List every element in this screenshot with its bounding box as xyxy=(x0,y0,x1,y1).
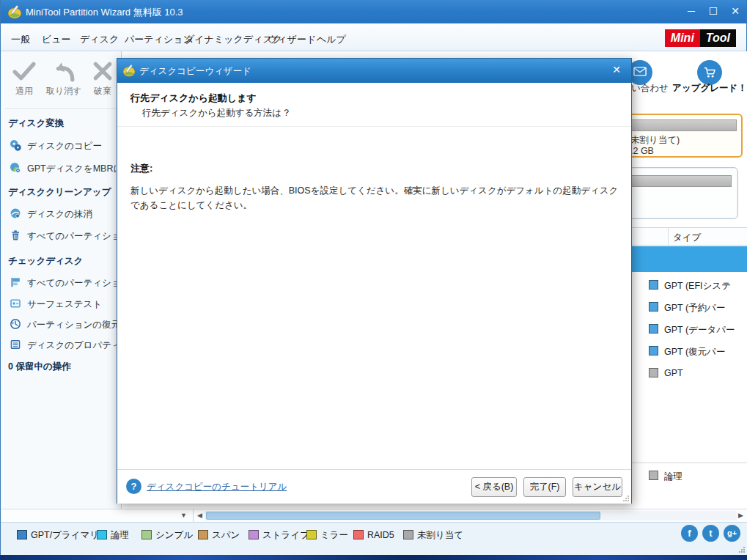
sidebar: 適用 取り消す 破棄 ディスク変換 xyxy=(1,51,122,522)
sidebar-item-check-all-partitions[interactable]: すべてのパーティション xyxy=(10,276,122,289)
sidebar-item-wipe-disk[interactable]: ディスクの抹消 xyxy=(10,207,122,220)
envelope-icon xyxy=(633,67,647,76)
menu-disk[interactable]: ディスク xyxy=(80,33,119,46)
horizontal-scrollbar-thumb[interactable] xyxy=(206,512,600,520)
sidebar-item-gpt-to-mbr[interactable]: GPTディスクをMBRに xyxy=(10,161,122,174)
disk-copy-icon xyxy=(10,139,21,151)
legend-mirror: ミラー xyxy=(306,528,348,539)
partition-type-swatch xyxy=(649,471,658,480)
legend-gpt-primary: GPT/プライマリ xyxy=(17,528,99,539)
sidebar-item-partition-recovery[interactable]: パーティションの復元 xyxy=(10,317,122,331)
menu-general[interactable]: 一般 xyxy=(11,33,30,46)
legend-bar: GPT/プライマリ 論理 シンプル スパン ストライプ ミラー RAID5 未割… xyxy=(1,522,747,555)
app-logo-icon xyxy=(7,4,22,19)
sidebar-item-disk-properties[interactable]: ディスクのプロパティ xyxy=(10,338,122,351)
legend-swatch xyxy=(306,530,317,539)
disk-properties-icon xyxy=(10,339,21,350)
scroll-left-icon[interactable]: ◀ xyxy=(197,512,202,519)
discard-button[interactable]: 破棄 xyxy=(86,60,119,97)
maximize-button[interactable]: ☐ xyxy=(703,3,724,19)
twitter-icon[interactable]: t xyxy=(702,525,719,542)
sidebar-item-surface-test[interactable]: サーフェステスト xyxy=(10,297,122,310)
sidebar-item-delete-all-partitions[interactable]: すべてのパーティション xyxy=(10,229,122,242)
legend-swatch xyxy=(17,530,27,539)
menu-wizard[interactable]: ウィザード xyxy=(268,33,316,46)
surface-test-icon xyxy=(10,298,21,309)
help-icon[interactable]: ? xyxy=(126,479,141,494)
disk1-unallocated-size: .2 GB xyxy=(630,146,654,156)
note-body: 新しいディスクから起動したい場合、BIOSを設定してください。確実に新しいディス… xyxy=(130,183,619,213)
dropdown-arrow-icon[interactable]: ▼ xyxy=(180,512,187,519)
apply-button[interactable]: 適用 xyxy=(7,60,42,97)
legend-swatch xyxy=(97,530,107,539)
gpt-to-mbr-icon xyxy=(10,162,21,174)
desktop-background xyxy=(0,555,747,560)
legend-raid5: RAID5 xyxy=(353,528,394,539)
sidebar-item-disk-copy[interactable]: ディスクのコピー xyxy=(10,139,122,152)
legend-swatch xyxy=(353,530,364,539)
legend-simple: シンプル xyxy=(141,528,193,539)
finish-button[interactable]: 完了(F) xyxy=(523,477,566,497)
scroll-right-icon[interactable]: ▶ xyxy=(738,512,743,519)
menu-view[interactable]: ビュー xyxy=(42,33,71,46)
scrollbar-divider xyxy=(193,509,194,523)
disk-wipe-icon xyxy=(10,207,21,219)
tutorial-link[interactable]: ディスクコピーのチュートリアル xyxy=(147,481,287,493)
dialog-resize-grip[interactable] xyxy=(622,495,629,501)
menu-bar: 一般 ビュー ディスク パーティション ダイナミックディスク ウィザード ヘルプ… xyxy=(1,23,746,51)
discard-x-icon xyxy=(91,60,114,82)
logo-mini: Mini xyxy=(665,29,700,47)
dialog-subheading: 行先ディスクから起動する方法は？ xyxy=(142,107,291,119)
menu-partition[interactable]: パーティション xyxy=(125,33,193,46)
partition-type-swatch xyxy=(649,280,658,290)
pending-operations-label: 0 保留中の操作 xyxy=(8,361,71,373)
column-divider xyxy=(668,228,669,246)
scrollbar-row: ▼ ◀ ▶ xyxy=(1,509,747,522)
window-title: MiniTool Partition Wizard 無料版 10.3 xyxy=(26,6,183,19)
legend-logical: 論理 xyxy=(97,528,129,539)
delete-partitions-icon xyxy=(10,229,21,241)
partition-type-swatch xyxy=(649,368,658,377)
back-button[interactable]: < 戻る(B) xyxy=(471,477,517,497)
dialog-heading-block: 行先ディスクから起動します 行先ディスクから起動する方法は？ xyxy=(117,83,631,127)
cancel-button[interactable]: キャンセル xyxy=(573,477,622,497)
cart-icon xyxy=(703,67,716,78)
disk-copy-wizard-dialog: ディスクコピーウィザード ✕ 行先ディスクから起動します 行先ディスクから起動す… xyxy=(117,58,632,504)
undo-button[interactable]: 取り消す xyxy=(45,60,83,97)
legend-stripe: ストライプ xyxy=(249,528,309,539)
section-disk-cleanup: ディスククリーンアップ xyxy=(8,186,111,199)
logo-tool: Tool xyxy=(700,29,736,47)
section-check-disk: チェックディスク xyxy=(8,255,83,268)
menu-help[interactable]: ヘルプ xyxy=(317,33,346,46)
googleplus-icon[interactable]: g+ xyxy=(724,525,740,542)
dialog-footer: ? ディスクコピーのチュートリアル < 戻る(B) 完了(F) キャンセル xyxy=(117,469,631,504)
horizontal-scrollbar-track[interactable] xyxy=(205,511,737,520)
legend-swatch xyxy=(198,530,208,539)
dialog-close-button[interactable]: ✕ xyxy=(609,64,624,75)
upgrade-button[interactable] xyxy=(697,60,722,85)
facebook-icon[interactable]: f xyxy=(681,525,698,542)
dialog-title: ディスクコピーウィザード xyxy=(139,65,251,78)
window-resize-grip[interactable] xyxy=(738,546,745,553)
minitool-logo: MiniTool xyxy=(665,29,736,47)
legend-unallocated: 未割り当て xyxy=(403,528,463,539)
sidebar-separator xyxy=(5,108,117,109)
dialog-title-bar: ディスクコピーウィザード ✕ xyxy=(117,59,631,83)
dialog-heading: 行先ディスクから起動します xyxy=(130,92,257,105)
apply-check-icon xyxy=(11,60,37,82)
minimize-button[interactable]: ─ xyxy=(681,3,702,19)
upgrade-label[interactable]: アップグレード！ xyxy=(672,82,747,95)
partition-type-swatch xyxy=(649,302,658,312)
app-window: MiniTool Partition Wizard 無料版 10.3 ─ ☐ ✕… xyxy=(0,0,747,555)
legend-swatch xyxy=(403,530,413,539)
partition-recovery-icon xyxy=(10,318,21,330)
undo-arrow-icon xyxy=(51,60,77,82)
partition-type-swatch xyxy=(649,346,658,355)
legend-swatch xyxy=(141,530,152,539)
note-title: 注意: xyxy=(130,162,152,175)
type-column-header[interactable]: タイプ xyxy=(673,232,701,244)
disk1-unallocated-label: 未割り当て) xyxy=(630,134,680,147)
title-bar: MiniTool Partition Wizard 無料版 10.3 ─ ☐ ✕ xyxy=(1,0,746,23)
screen: MiniTool Partition Wizard 無料版 10.3 ─ ☐ ✕… xyxy=(0,0,747,560)
close-button[interactable]: ✕ xyxy=(725,3,746,19)
